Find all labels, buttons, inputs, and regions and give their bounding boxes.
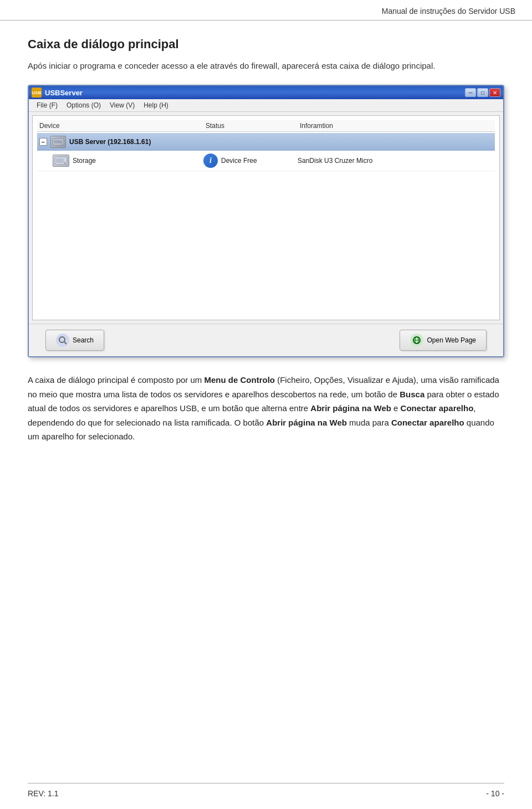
- svg-rect-4: [56, 158, 64, 163]
- dialog-titlebar: USB USBServer ─ □ ✕: [29, 86, 503, 99]
- body-paragraph-1: A caixa de diálogo principal é composto …: [28, 373, 504, 444]
- window-controls: ─ □ ✕: [465, 88, 500, 97]
- minimize-button[interactable]: ─: [465, 88, 476, 97]
- device-info-text: SanDisk U3 Cruzer Micro: [298, 157, 493, 165]
- svg-point-2: [60, 143, 63, 145]
- search-button-icon: [56, 334, 69, 347]
- col-header-info: Inforamtion: [300, 122, 493, 130]
- menu-view[interactable]: View (V): [105, 100, 139, 110]
- server-label: USB Server (192.168.1.61): [69, 138, 151, 146]
- server-icon: [50, 136, 66, 148]
- device-status-text: Device Free: [221, 157, 257, 165]
- section-title: Caixa de diálogo principal: [28, 37, 504, 52]
- open-web-button[interactable]: Open Web Page: [400, 330, 487, 351]
- svg-line-7: [64, 342, 66, 344]
- col-header-device: Device: [39, 122, 206, 130]
- dialog-bottom-bar: Search Open Web Page: [29, 324, 503, 356]
- table-header: Device Status Inforamtion: [37, 120, 495, 132]
- device-name: Storage: [73, 157, 96, 165]
- server-row[interactable]: − USB Server (192.168.1.61): [37, 133, 495, 151]
- info-icon: i: [203, 153, 218, 168]
- search-button-label: Search: [73, 336, 94, 344]
- open-web-button-label: Open Web Page: [427, 336, 476, 344]
- maximize-button[interactable]: □: [477, 88, 488, 97]
- footer-page: - 10 -: [486, 789, 504, 798]
- server-row-left: − USB Server (192.168.1.61): [39, 136, 206, 148]
- page-header: Manual de instruções do Servidor USB: [0, 0, 532, 21]
- dialog-window: USB USBServer ─ □ ✕ File (F) Options (O)…: [28, 85, 504, 357]
- app-icon: USB: [32, 88, 42, 98]
- main-content: Caixa de diálogo principal Após iniciar …: [0, 21, 532, 485]
- footer-rev: REV: 1.1: [28, 789, 59, 798]
- bold-abrir-pagina: Abrir página na Web: [310, 403, 391, 413]
- menubar: File (F) Options (O) View (V) Help (H): [29, 99, 503, 112]
- menu-file[interactable]: File (F): [32, 100, 62, 110]
- bold-conectar: Conectar aparelho: [401, 403, 474, 413]
- svg-point-6: [59, 337, 65, 342]
- title-left: USB USBServer: [32, 88, 83, 98]
- bold-menu-controlo: Menu de Controlo: [204, 375, 275, 385]
- page-footer: REV: 1.1 - 10 -: [28, 783, 504, 798]
- svg-point-5: [64, 162, 66, 164]
- storage-icon: [53, 155, 69, 167]
- menu-help[interactable]: Help (H): [139, 100, 173, 110]
- menu-options[interactable]: Options (O): [62, 100, 105, 110]
- dialog-body: Device Status Inforamtion − USB Server (: [32, 115, 500, 320]
- list-empty-area: [37, 171, 495, 315]
- device-row-left: Storage: [53, 155, 203, 167]
- device-row[interactable]: Storage i Device Free SanDisk U3 Cruzer …: [37, 151, 495, 171]
- header-title: Manual de instruções do Servidor USB: [382, 7, 515, 16]
- expand-icon[interactable]: −: [39, 138, 47, 146]
- col-header-status: Status: [206, 122, 300, 130]
- bold-conectar-2: Conectar aparelho: [391, 418, 464, 427]
- device-status: i Device Free: [203, 153, 298, 168]
- dialog-title-text: USBServer: [45, 89, 83, 97]
- intro-paragraph: Após iniciar o programa e conceder acess…: [28, 59, 504, 73]
- open-web-button-icon: [410, 334, 423, 347]
- bold-busca: Busca: [400, 390, 424, 399]
- bold-abrir-pagina-2: Abrir página na Web: [266, 418, 347, 427]
- search-button[interactable]: Search: [45, 330, 104, 351]
- close-button[interactable]: ✕: [489, 88, 500, 97]
